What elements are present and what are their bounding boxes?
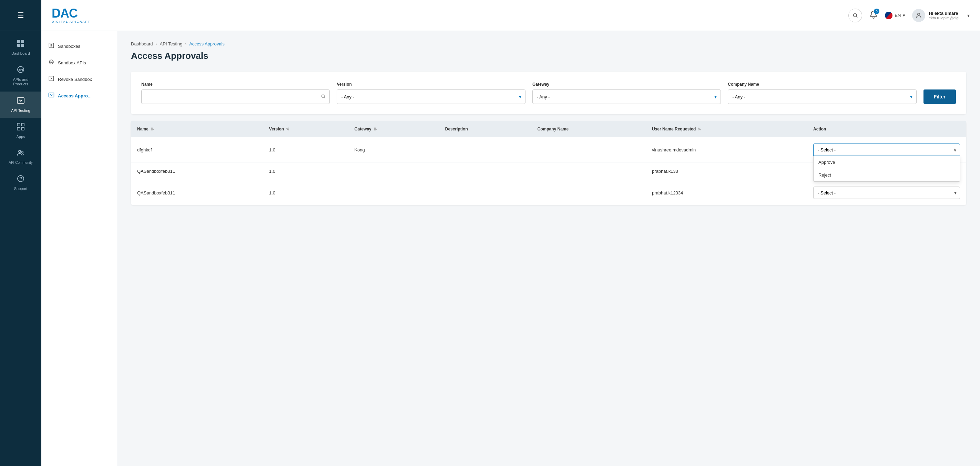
- language-chevron: ▾: [903, 13, 905, 18]
- secondary-item-sandboxes[interactable]: Sandboxes: [41, 38, 117, 54]
- col-version: Version ⇅: [263, 121, 348, 137]
- apps-icon: [16, 122, 25, 133]
- sidebar-item-dashboard-label: Dashboard: [11, 51, 30, 56]
- secondary-item-revoke-sandbox[interactable]: Revoke Sandbox: [41, 71, 117, 87]
- svg-rect-8: [21, 123, 24, 126]
- row1-dropdown-reject[interactable]: Reject: [814, 169, 960, 181]
- language-selector[interactable]: EN ▾: [885, 12, 905, 19]
- breadcrumb: Dashboard › API Testing › Access Approva…: [131, 41, 966, 46]
- svg-rect-3: [21, 44, 24, 47]
- notification-button[interactable]: 0: [869, 10, 878, 21]
- access-approvals-table: Name ⇅ Version ⇅: [131, 121, 966, 205]
- filter-company-field: Company Name - Any - ▾: [728, 82, 916, 104]
- svg-line-16: [856, 16, 858, 17]
- row2-version: 1.0: [263, 162, 348, 180]
- table-row: QASandboxfeb311 1.0 prabhat.k12334 - Sel…: [131, 180, 966, 206]
- col-gateway-label: Gateway: [354, 127, 371, 132]
- svg-rect-6: [17, 98, 24, 103]
- row3-action: - Select - Approve Reject ▾: [807, 180, 966, 206]
- secondary-item-access-approvals[interactable]: Access Appro...: [41, 87, 117, 104]
- col-name-label: Name: [137, 127, 148, 132]
- content-area: Dashboard › API Testing › Access Approva…: [117, 31, 980, 466]
- sidebar-item-dashboard[interactable]: Dashboard: [0, 35, 41, 60]
- search-icon: [321, 94, 326, 100]
- row3-gateway: [348, 180, 439, 206]
- svg-point-23: [322, 95, 325, 97]
- secondary-item-access-approvals-label: Access Appro...: [58, 93, 92, 98]
- row3-description: [439, 180, 531, 206]
- row3-name: QASandboxfeb311: [131, 180, 263, 206]
- filter-company-select[interactable]: - Any -: [728, 89, 916, 104]
- api-testing-icon: [16, 97, 25, 107]
- breadcrumb-api-testing[interactable]: API Testing: [160, 41, 183, 46]
- language-code: EN: [894, 13, 901, 18]
- col-action-label: Action: [813, 127, 826, 132]
- filter-gateway-select[interactable]: - Any -: [532, 89, 721, 104]
- svg-line-24: [324, 97, 325, 98]
- filter-version-field: Version - Any - ▾: [337, 82, 525, 104]
- sidebar-item-support[interactable]: ? Support: [0, 170, 41, 196]
- row2-name: QASandboxfeb311: [131, 162, 263, 180]
- row3-version: 1.0: [263, 180, 348, 206]
- svg-rect-0: [17, 40, 20, 43]
- sandboxes-icon: [48, 42, 54, 50]
- svg-text:?: ?: [19, 176, 22, 181]
- row1-action: - Select - Approve Reject ∧ Approve Reje…: [807, 137, 966, 162]
- sidebar-item-api-testing[interactable]: API Testing: [0, 92, 41, 118]
- row1-action-dropdown: Approve Reject: [813, 156, 960, 182]
- svg-point-11: [19, 151, 21, 152]
- svg-point-12: [22, 151, 24, 153]
- filter-gateway-label: Gateway: [532, 82, 721, 87]
- notification-badge: 0: [874, 9, 880, 14]
- row1-name: dfghkdf: [131, 137, 263, 162]
- filter-name-input[interactable]: [141, 89, 330, 104]
- access-approvals-icon: [48, 92, 54, 100]
- col-user-label: User Name Requested: [652, 127, 696, 132]
- page-title: Access Approvals: [131, 51, 966, 61]
- sidebar-logo-area: ☰: [0, 0, 41, 31]
- col-version-sort-icon[interactable]: ⇅: [286, 127, 289, 132]
- svg-text:API: API: [18, 68, 23, 71]
- sidebar-item-apis-label: APIs and Products: [13, 78, 29, 86]
- avatar: [912, 9, 925, 22]
- filter-version-label: Version: [337, 82, 525, 87]
- row3-company: [531, 180, 646, 206]
- row2-user: prabhat.k133: [646, 162, 807, 180]
- user-greeting: Hi ekta umare: [929, 11, 963, 16]
- hamburger-icon[interactable]: ☰: [17, 11, 24, 20]
- row1-dropdown-approve[interactable]: Approve: [814, 156, 960, 169]
- col-gateway-sort-icon[interactable]: ⇅: [374, 127, 377, 132]
- col-name: Name ⇅: [131, 121, 263, 137]
- sidebar-item-apis[interactable]: API APIs and Products: [0, 60, 41, 91]
- secondary-item-sandboxes-label: Sandboxes: [58, 44, 80, 49]
- filter-version-select[interactable]: - Any -: [337, 89, 525, 104]
- main-area: DAC DIGITAL APICRAFT 0 EN ▾ Hi ekta umar…: [41, 0, 980, 466]
- breadcrumb-dashboard[interactable]: Dashboard: [131, 41, 153, 46]
- row1-action-select[interactable]: - Select - Approve Reject: [813, 144, 960, 156]
- row3-action-select[interactable]: - Select - Approve Reject: [813, 187, 960, 199]
- filter-section: Name Version - Any -: [131, 71, 966, 114]
- filter-button[interactable]: Filter: [923, 89, 956, 104]
- row3-action-wrapper: - Select - Approve Reject ▾: [813, 187, 960, 199]
- sidebar-item-api-testing-label: API Testing: [11, 108, 30, 113]
- search-button[interactable]: [848, 9, 862, 22]
- col-version-label: Version: [269, 127, 284, 132]
- breadcrumb-access-approvals[interactable]: Access Approvals: [189, 41, 225, 46]
- breadcrumb-sep-1: ›: [156, 42, 157, 46]
- row1-action-wrapper: - Select - Approve Reject ∧ Approve Reje…: [813, 144, 960, 156]
- col-user-sort-icon[interactable]: ⇅: [698, 127, 701, 132]
- row1-user: vinushree.mdevadmin: [646, 137, 807, 162]
- svg-rect-10: [21, 127, 24, 130]
- user-chevron: ▾: [967, 13, 970, 18]
- filter-company-label: Company Name: [728, 82, 916, 87]
- svg-rect-7: [17, 123, 20, 126]
- sandbox-apis-icon: API: [48, 59, 54, 67]
- secondary-item-sandbox-apis[interactable]: API Sandbox APIs: [41, 54, 117, 71]
- svg-text:API: API: [50, 61, 53, 63]
- user-menu[interactable]: Hi ekta umare ekta.u+apim@digi... ▾: [912, 9, 970, 22]
- sidebar-item-apps[interactable]: Apps: [0, 118, 41, 144]
- col-description: Description: [439, 121, 531, 137]
- sidebar-item-community[interactable]: API Community: [0, 144, 41, 170]
- col-name-sort-icon[interactable]: ⇅: [151, 127, 154, 132]
- secondary-item-sandbox-apis-label: Sandbox APIs: [58, 60, 86, 65]
